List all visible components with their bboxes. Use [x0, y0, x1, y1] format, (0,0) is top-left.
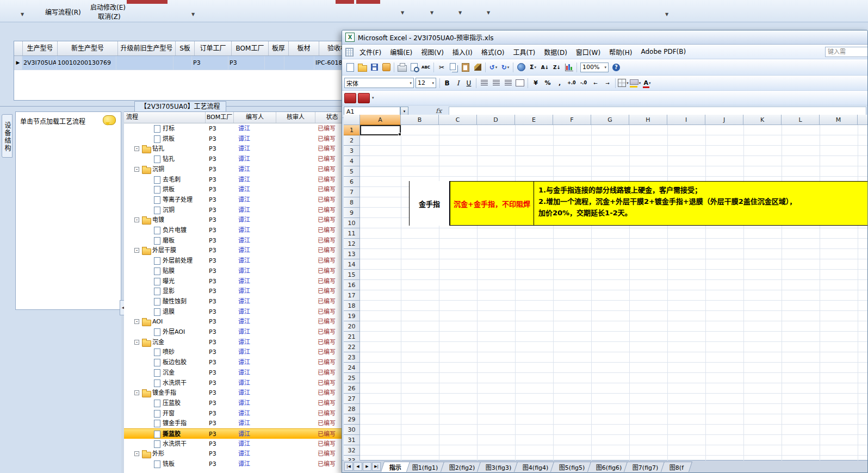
currency-icon[interactable]: ¥: [530, 77, 542, 89]
format-painter-icon[interactable]: [472, 61, 483, 73]
row-header[interactable]: 18: [344, 301, 360, 311]
tree-row[interactable]: 磨板P3谭江已编写: [124, 235, 348, 246]
align-left-icon[interactable]: [478, 77, 490, 89]
cell-long-note[interactable]: 1.与金手指连接的部分线路镀上硬金，客户需接受； 2.增加一个流程，沉金+外层干…: [534, 181, 867, 226]
save-icon[interactable]: [368, 61, 380, 73]
sort-ascending-icon[interactable]: A↓: [539, 61, 551, 73]
row-header[interactable]: 19: [344, 311, 360, 321]
row-header[interactable]: 28: [344, 404, 360, 414]
borders-icon[interactable]: ▾: [617, 77, 629, 89]
cut-icon[interactable]: ✂: [436, 61, 448, 73]
tree-column-header[interactable]: BOM工厂: [206, 112, 234, 123]
expand-collapse-icon[interactable]: -: [134, 146, 139, 151]
tree-row[interactable]: 撕蓝胶P3谭江已编写: [124, 428, 348, 439]
row-header[interactable]: 12: [344, 239, 360, 249]
spelling-icon[interactable]: ABC: [420, 61, 432, 73]
row-header[interactable]: 5: [344, 166, 360, 177]
order-column-header[interactable]: BOM工厂: [232, 41, 269, 55]
tree-row[interactable]: 板边包胶P3谭江已编写: [124, 357, 348, 368]
sheet-tab[interactable]: 图1(fig1): [404, 462, 447, 472]
column-header[interactable]: C: [439, 115, 477, 125]
insert-function-icon[interactable]: fx: [436, 107, 442, 115]
dropdown-icon[interactable]: ▼: [665, 12, 668, 17]
expand-collapse-icon[interactable]: -: [134, 451, 139, 456]
order-column-header[interactable]: S板: [176, 41, 195, 55]
column-header[interactable]: M: [820, 115, 858, 125]
row-header[interactable]: 14: [344, 259, 360, 270]
tree-column-header[interactable]: 流程: [124, 112, 206, 123]
tab-last-icon[interactable]: ▶|: [372, 462, 381, 471]
dropdown-icon[interactable]: ▼: [191, 12, 195, 17]
font-size-select[interactable]: 12▾: [416, 78, 436, 88]
redo-icon[interactable]: ↻▾: [499, 61, 511, 73]
excel-window[interactable]: X Microsoft Excel - 2V3I705UA0-预审指示.xls …: [342, 30, 868, 473]
row-header[interactable]: 3: [344, 146, 360, 156]
tree-row[interactable]: 开窗P3谭江已编写: [124, 408, 348, 419]
undo-icon[interactable]: ↺▾: [487, 61, 499, 73]
tree-row[interactable]: 等离子处理P3谭江已编写: [124, 195, 348, 205]
tree-row[interactable]: 沉金P3谭江已编写: [124, 368, 348, 378]
order-column-header[interactable]: 板材: [289, 41, 319, 55]
tree-row[interactable]: 外层前处理P3谭江已编写: [124, 256, 348, 266]
column-header[interactable]: K: [743, 115, 782, 125]
column-header[interactable]: L: [782, 115, 820, 125]
row-header[interactable]: 2: [344, 135, 360, 146]
menu-item[interactable]: 视图(V): [417, 46, 448, 58]
tree-row[interactable]: 酸性蚀刻P3谭江已编写: [124, 296, 348, 307]
tree-row[interactable]: 曝光P3谭江已编写: [124, 276, 348, 287]
column-header[interactable]: D: [477, 115, 515, 125]
menu-item[interactable]: 数据(D): [540, 46, 572, 58]
expand-collapse-icon[interactable]: -: [134, 248, 139, 253]
tree-row[interactable]: 水洗烘干P3谭江已编写: [124, 378, 348, 388]
cell-gold-finger-label[interactable]: 金手指: [409, 181, 450, 226]
align-right-icon[interactable]: [502, 77, 514, 89]
dropdown-icon[interactable]: ▼: [401, 10, 404, 15]
select-all-corner[interactable]: [344, 115, 360, 125]
sheet-tab[interactable]: 图8(f: [660, 462, 692, 472]
tree-row[interactable]: -沉铜P3谭江已编写: [124, 164, 348, 175]
row-selector-icon[interactable]: ▶: [14, 56, 22, 70]
row-header[interactable]: 30: [344, 425, 360, 435]
tree-row[interactable]: 打标P3谭江已编写: [124, 123, 348, 134]
tree-row[interactable]: -钻孔P3谭江已编写: [124, 144, 348, 154]
tree-row[interactable]: 显影P3谭江已编写: [124, 286, 348, 296]
row-header[interactable]: 8: [344, 197, 360, 208]
row-header[interactable]: 23: [344, 352, 360, 363]
menu-item[interactable]: 编辑(E): [386, 46, 417, 58]
underline-icon[interactable]: U: [463, 78, 474, 89]
order-column-header[interactable]: 升级前旧生产型号: [118, 41, 176, 55]
column-header[interactable]: F: [553, 115, 591, 125]
row-header[interactable]: 6: [344, 177, 360, 187]
order-column-header[interactable]: 板厚: [269, 41, 289, 55]
tree-row[interactable]: -外形P3谭江已编写: [124, 449, 348, 459]
row-header[interactable]: 17: [344, 290, 360, 301]
order-column-header[interactable]: 新生产型号: [58, 41, 118, 55]
increase-indent-icon[interactable]: →: [602, 77, 613, 89]
print-preview-icon[interactable]: [408, 61, 420, 73]
tree-row[interactable]: -电镀P3谭江已编写: [124, 215, 348, 225]
column-header[interactable]: E: [515, 115, 553, 125]
pdf-toolbar-options-icon[interactable]: ▾: [372, 96, 374, 100]
help-question-box[interactable]: 键入需: [825, 47, 868, 57]
order-column-header[interactable]: 订单工厂: [195, 41, 232, 55]
sheet-tab[interactable]: 图3(fig3): [477, 462, 520, 472]
font-name-select[interactable]: 宋体▾: [344, 78, 414, 88]
decrease-decimal-icon[interactable]: -.0: [578, 77, 590, 89]
row-header[interactable]: 31: [344, 435, 360, 445]
row-header[interactable]: 4: [344, 156, 360, 166]
increase-decimal-icon[interactable]: +.0: [566, 77, 578, 89]
align-center-icon[interactable]: [490, 77, 502, 89]
bold-icon[interactable]: B: [442, 78, 452, 89]
row-header[interactable]: 1: [344, 125, 360, 135]
column-header[interactable]: J: [705, 115, 743, 125]
tree-row[interactable]: 水洗烘干P3谭江已编写: [124, 439, 348, 449]
sheet-tab[interactable]: 指示: [381, 462, 410, 472]
autosum-icon[interactable]: Σ▾: [527, 61, 539, 73]
tree-row[interactable]: 去毛刺P3谭江已编写: [124, 175, 348, 185]
sheet-tab[interactable]: 图5(fig5): [550, 462, 594, 472]
expand-collapse-icon[interactable]: -: [134, 167, 139, 172]
menu-item[interactable]: 窗口(W): [572, 46, 605, 58]
row-header[interactable]: 9: [344, 208, 360, 218]
active-cell-selection[interactable]: [360, 125, 401, 135]
expand-collapse-icon[interactable]: -: [134, 390, 139, 395]
